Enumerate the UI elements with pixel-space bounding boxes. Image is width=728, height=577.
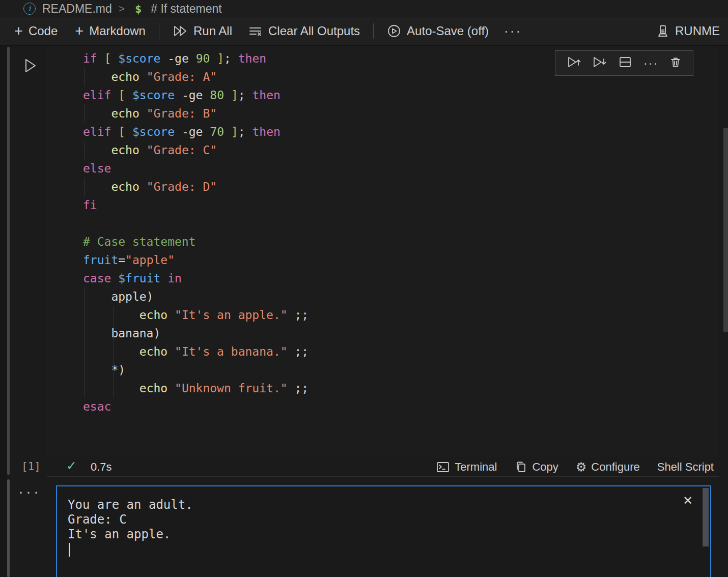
cell-divider <box>47 476 719 477</box>
output-line: You are an adult. <box>68 498 700 512</box>
indent-guide <box>85 178 85 196</box>
indent-guide <box>114 306 114 397</box>
terminal-output[interactable]: You are an adult.Grade: CIt's an apple. … <box>56 485 711 577</box>
terminal-button[interactable]: Terminal <box>436 460 497 474</box>
code-line[interactable] <box>83 434 719 452</box>
add-code-button[interactable]: + Code <box>14 24 58 39</box>
code-line[interactable]: # Case statement <box>83 233 719 251</box>
breadcrumb-file[interactable]: README.md <box>42 2 112 16</box>
code-line[interactable]: echo "It's a banana." ;; <box>83 342 719 361</box>
code-line[interactable]: elif [ $score -ge 80 ]; then <box>83 86 719 104</box>
info-icon[interactable]: i <box>23 3 36 15</box>
code-line[interactable]: esac <box>83 397 719 416</box>
output-more-button[interactable]: ··· <box>18 484 41 499</box>
cell-status-actions: Terminal Copy ⚙ Configure Shell Script <box>436 457 714 477</box>
indent-guide <box>85 287 85 397</box>
clear-all-outputs-button[interactable]: Clear All Outputs <box>248 24 360 38</box>
clear-all-outputs-label: Clear All Outputs <box>268 24 360 38</box>
toolbar-more-button[interactable]: ··· <box>504 23 522 39</box>
code-line[interactable]: case $fruit in <box>83 269 719 287</box>
auto-save-button[interactable]: Auto-Save (off) <box>387 24 489 38</box>
code-line[interactable]: echo "Grade: D" <box>83 178 719 196</box>
code-line[interactable]: apple) <box>83 287 719 306</box>
split-cell-button[interactable] <box>618 55 633 71</box>
output-line: Grade: C <box>68 512 700 527</box>
code-editor[interactable]: if [ $score -ge 90 ]; then echo "Grade: … <box>47 46 719 457</box>
cell-more-button[interactable]: ··· <box>643 56 659 70</box>
output-scrollbar[interactable] <box>703 488 709 546</box>
execute-below-button[interactable] <box>592 55 607 71</box>
copy-label: Copy <box>532 460 558 474</box>
copy-button[interactable]: Copy <box>514 460 558 474</box>
code-line[interactable] <box>83 214 719 233</box>
notebook-scrollbar[interactable] <box>723 128 728 332</box>
code-line[interactable]: fruit="apple" <box>83 251 719 269</box>
auto-save-icon <box>387 24 401 38</box>
indent-guide <box>85 141 85 159</box>
code-line[interactable]: echo "Grade: C" <box>83 141 719 159</box>
copy-icon <box>514 460 527 474</box>
code-line[interactable]: *) <box>83 361 719 379</box>
language-label: Shell Script <box>657 460 714 474</box>
play-icon <box>22 57 38 74</box>
add-markdown-label: Markdown <box>89 24 146 38</box>
code-line[interactable]: else <box>83 159 719 178</box>
terminal-cursor <box>69 543 70 557</box>
output-line: It's an apple. <box>68 527 700 542</box>
chevron-right-icon: > <box>119 3 125 15</box>
plus-icon: + <box>14 24 23 39</box>
add-markdown-button[interactable]: + Markdown <box>75 24 146 39</box>
code-line[interactable]: echo "Grade: B" <box>83 104 719 123</box>
terminal-output-lines: You are an adult.Grade: CIt's an apple. <box>57 486 710 542</box>
auto-save-label: Auto-Save (off) <box>407 24 489 38</box>
add-code-label: Code <box>29 24 58 38</box>
clear-all-outputs-icon <box>248 24 263 38</box>
plus-icon: + <box>75 24 83 39</box>
indent-guide <box>85 68 85 86</box>
gear-icon: ⚙ <box>576 461 587 473</box>
execution-count: [1] <box>21 460 41 473</box>
code-line[interactable] <box>83 416 719 434</box>
editor-right-divider <box>719 46 719 477</box>
configure-button[interactable]: ⚙ Configure <box>576 460 640 474</box>
code-line[interactable]: banana) <box>83 324 719 342</box>
delete-cell-button[interactable] <box>669 55 682 71</box>
execute-above-button[interactable] <box>566 55 581 71</box>
run-cell-button[interactable] <box>21 56 39 75</box>
cell-status-bar: [1] ✓ 0.7s Terminal Copy ⚙ Configure She… <box>7 457 719 477</box>
toolbar-divider <box>373 23 374 39</box>
toolbar-divider <box>159 23 159 39</box>
execution-duration: 0.7s <box>91 460 112 474</box>
configure-label: Configure <box>591 460 639 474</box>
run-all-label: Run All <box>193 24 232 38</box>
code-line[interactable]: echo "It's an apple." ;; <box>83 306 719 324</box>
code-line[interactable]: elif [ $score -ge 70 ]; then <box>83 123 719 141</box>
run-all-icon <box>173 24 188 38</box>
language-picker[interactable]: Shell Script <box>657 460 714 474</box>
execute-below-icon <box>592 55 607 69</box>
run-all-button[interactable]: Run All <box>173 24 232 38</box>
notebook-toolbar: + Code + Markdown Run All Clear All Outp… <box>0 17 728 46</box>
cell-focus-bar <box>7 47 10 475</box>
execute-above-icon <box>566 55 581 69</box>
trash-icon <box>669 55 682 69</box>
code-line[interactable]: fi <box>83 196 719 214</box>
cell-toolbar: ··· <box>555 50 693 76</box>
terminal-label: Terminal <box>455 460 497 474</box>
success-check-icon: ✓ <box>66 458 77 473</box>
indent-guide <box>85 104 85 123</box>
runme-badge[interactable]: RUNME <box>655 24 720 38</box>
code-lines: if [ $score -ge 90 ]; then echo "Grade: … <box>47 46 719 452</box>
split-cell-icon <box>618 55 633 69</box>
runme-label: RUNME <box>675 24 720 38</box>
breadcrumb-cell-title[interactable]: # If statement <box>151 2 221 16</box>
terminal-icon <box>436 460 450 474</box>
output-focus-bar <box>7 479 10 577</box>
shell-symbol-icon: $ <box>135 3 142 15</box>
code-line[interactable]: echo "Unknown fruit." ;; <box>83 379 719 397</box>
notebook-window: i README.md > $ # If statement + Code + … <box>0 0 728 577</box>
close-output-button[interactable]: ✕ <box>683 495 693 507</box>
notebook-left-gutter <box>0 46 7 577</box>
breadcrumb: i README.md > $ # If statement <box>0 0 728 17</box>
runme-icon <box>655 24 669 38</box>
